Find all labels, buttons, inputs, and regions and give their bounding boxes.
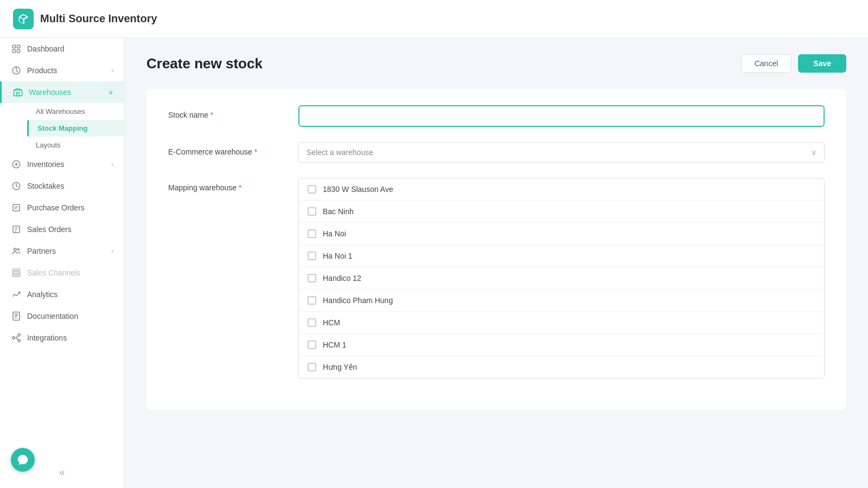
svg-rect-6: [17, 93, 20, 96]
warehouse-list-item[interactable]: Handico Pham Hung: [299, 290, 824, 312]
sidebar-label-sales-channels: Sales Channels: [27, 268, 80, 277]
warehouse-label-w8: HCM 1: [323, 341, 347, 349]
sidebar-label-inventories: Inventories: [27, 160, 64, 169]
warehouse-label-w4: Ha Noi 1: [323, 252, 352, 260]
cancel-button[interactable]: Cancel: [741, 54, 792, 73]
dashboard-icon: [11, 43, 22, 54]
products-icon: [11, 65, 22, 76]
checkbox-w5[interactable]: [308, 274, 316, 282]
app-header: Multi Source Inventory: [0, 0, 868, 38]
sidebar-item-inventories[interactable]: Inventories ›: [0, 153, 124, 175]
stock-name-control: [298, 105, 825, 127]
sidebar: Dashboard Products › Warehouses ∨: [0, 38, 125, 488]
mapping-warehouse-control: 1830 W Slauson Ave Bac Ninh Ha Noi Ha No…: [298, 178, 825, 378]
sidebar-label-integrations: Integrations: [27, 333, 67, 342]
main-content: Create new stock Cancel Save Stock name …: [125, 38, 868, 488]
warehouse-list-item[interactable]: Ha Noi 1: [299, 245, 824, 267]
mapping-warehouse-row: Mapping warehouse * 1830 W Slauson Ave B…: [168, 178, 825, 378]
purchase-orders-icon: [11, 202, 22, 213]
mapping-warehouse-label: Mapping warehouse *: [168, 178, 288, 192]
sidebar-item-documentation[interactable]: Documentation: [0, 305, 124, 327]
sidebar-label-partners: Partners: [27, 247, 56, 255]
warehouse-label-w3: Ha Noi: [323, 229, 346, 238]
sidebar-item-partners[interactable]: Partners ›: [0, 240, 124, 262]
stock-name-input[interactable]: [298, 105, 825, 127]
checkbox-w3[interactable]: [308, 229, 316, 238]
warehouse-list-item[interactable]: Ha Noi: [299, 223, 824, 245]
svg-rect-3: [17, 50, 20, 53]
sidebar-item-products[interactable]: Products ›: [0, 60, 124, 81]
sidebar-item-dashboard[interactable]: Dashboard: [0, 38, 124, 60]
svg-rect-2: [12, 50, 15, 53]
sidebar-item-stock-mapping[interactable]: Stock Mapping: [27, 120, 124, 137]
required-star-3: *: [239, 183, 241, 192]
stock-name-label: Stock name *: [168, 105, 288, 119]
warehouse-list-item[interactable]: HCM 1: [299, 334, 824, 356]
svg-rect-9: [13, 204, 20, 211]
partners-icon: [11, 246, 22, 256]
sidebar-item-warehouses[interactable]: Warehouses ∨: [0, 81, 124, 103]
sales-channels-icon: [11, 267, 22, 278]
svg-rect-1: [17, 45, 20, 48]
warehouse-label-w1: 1830 W Slauson Ave: [323, 185, 393, 194]
warehouse-list-item[interactable]: HCM: [299, 312, 824, 334]
sidebar-item-all-warehouses[interactable]: All Warehouses: [27, 103, 124, 120]
sidebar-item-sales-orders[interactable]: Sales Orders: [0, 219, 124, 240]
warehouse-label-w6: Handico Pham Hung: [323, 296, 393, 305]
svg-point-14: [12, 337, 15, 339]
required-star: *: [210, 111, 213, 119]
ecommerce-warehouse-label: E-Commerce warehouse *: [168, 142, 288, 156]
warehouse-list-item[interactable]: Hưng Yên: [299, 356, 824, 378]
warehouse-label-w9: Hưng Yên: [323, 363, 357, 371]
create-stock-form: Stock name * E-Commerce warehouse * Sele…: [146, 89, 846, 410]
checkbox-w4[interactable]: [308, 252, 316, 260]
svg-point-15: [18, 334, 21, 337]
sidebar-item-analytics[interactable]: Analytics: [0, 284, 124, 305]
page-title: Create new stock: [146, 55, 263, 72]
sidebar-label-analytics: Analytics: [27, 290, 58, 299]
warehouse-list-item[interactable]: Handico 12: [299, 267, 824, 290]
logo-icon: [17, 13, 29, 25]
sidebar-label-warehouses: Warehouses: [29, 88, 71, 97]
sidebar-label-sales-orders: Sales Orders: [27, 225, 72, 234]
save-button[interactable]: Save: [798, 54, 846, 73]
app-title: Multi Source Inventory: [40, 12, 157, 25]
products-chevron-icon: ›: [111, 67, 113, 74]
svg-point-16: [18, 339, 21, 342]
app-logo: [13, 9, 34, 29]
sidebar-item-purchase-orders[interactable]: Purchase Orders: [0, 197, 124, 219]
chat-icon: [17, 454, 29, 466]
sidebar-item-sales-channels[interactable]: Sales Channels: [0, 262, 124, 284]
sidebar-item-integrations[interactable]: Integrations: [0, 327, 124, 349]
ecommerce-warehouse-select[interactable]: Select a warehouse ∨: [298, 142, 825, 163]
checkbox-w1[interactable]: [308, 185, 316, 194]
checkbox-w8[interactable]: [308, 341, 316, 349]
warehouse-list-item[interactable]: Bac Ninh: [299, 201, 824, 223]
select-chevron-down-icon: ∨: [811, 148, 816, 157]
checkbox-w7[interactable]: [308, 318, 316, 327]
support-chat-button[interactable]: [11, 448, 35, 472]
integrations-icon: [11, 332, 22, 343]
warehouse-label-w2: Bac Ninh: [323, 207, 354, 216]
warehouses-chevron-icon: ∨: [108, 88, 113, 96]
sidebar-item-layouts[interactable]: Layouts: [27, 137, 124, 153]
checkbox-w2[interactable]: [308, 207, 316, 216]
svg-point-11: [14, 248, 17, 251]
stock-name-row: Stock name *: [168, 105, 825, 127]
sidebar-label-dashboard: Dashboard: [27, 44, 65, 53]
documentation-icon: [11, 311, 22, 322]
select-placeholder: Select a warehouse: [307, 148, 373, 157]
page-header: Create new stock Cancel Save: [146, 54, 846, 73]
warehouse-label-w7: HCM: [323, 318, 340, 327]
sidebar-label-stocktakes: Stocktakes: [27, 182, 64, 190]
stocktakes-icon: [11, 181, 22, 191]
warehouse-list-item[interactable]: 1830 W Slauson Ave: [299, 178, 824, 201]
sidebar-item-stocktakes[interactable]: Stocktakes: [0, 175, 124, 197]
sidebar-label-purchase-orders: Purchase Orders: [27, 203, 85, 212]
svg-point-12: [17, 249, 19, 251]
checkbox-w9[interactable]: [308, 363, 316, 371]
warehouses-icon: [12, 87, 23, 98]
checkbox-w6[interactable]: [308, 296, 316, 305]
analytics-icon: [11, 289, 22, 300]
inventories-icon: [11, 159, 22, 170]
